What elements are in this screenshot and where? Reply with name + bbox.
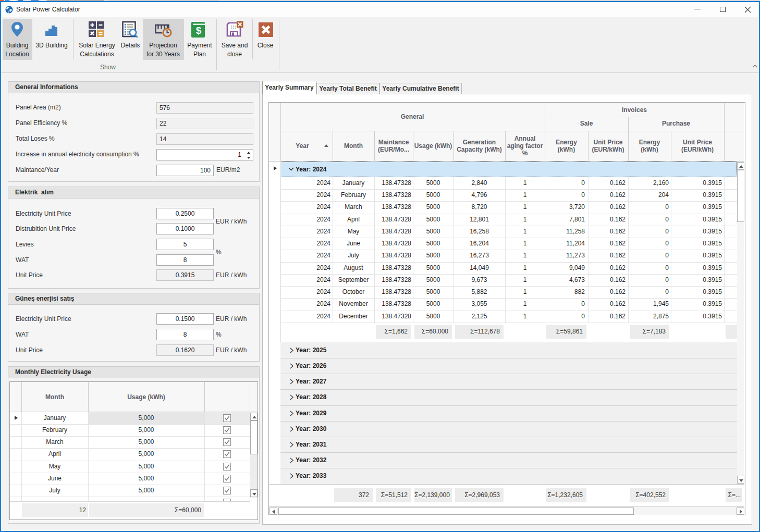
- svg-text:$: $: [196, 25, 202, 36]
